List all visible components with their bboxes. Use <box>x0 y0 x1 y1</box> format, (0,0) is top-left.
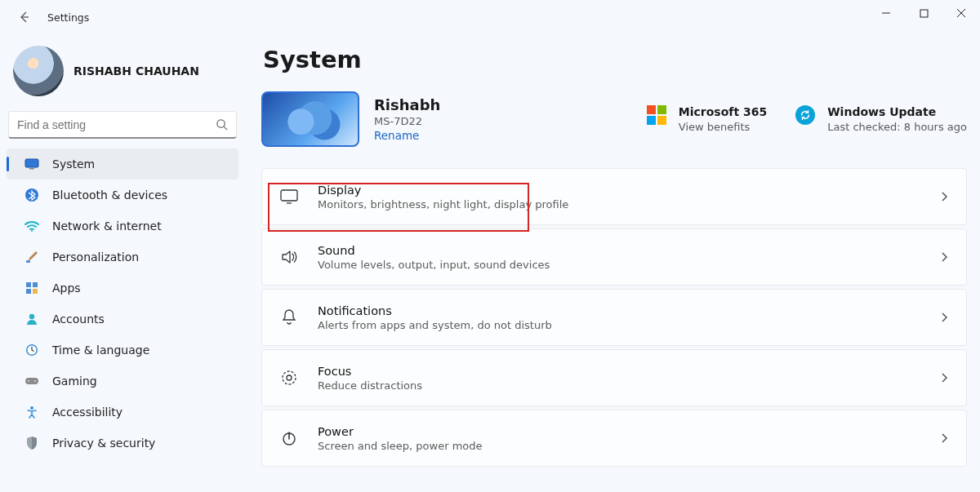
search-input[interactable] <box>17 118 211 131</box>
setting-row-sound[interactable]: SoundVolume levels, output, input, sound… <box>261 228 967 286</box>
svg-rect-4 <box>29 168 34 170</box>
setting-text: SoundVolume levels, output, input, sound… <box>318 244 940 271</box>
sidebar-item-gaming[interactable]: Gaming <box>7 366 238 397</box>
apps-icon <box>23 281 41 295</box>
device-meta: Rishabh MS-7D22 Rename <box>374 96 440 142</box>
setting-subtitle: Screen and sleep, power mode <box>318 440 940 452</box>
sidebar-item-label: Personalization <box>52 250 139 264</box>
ms365-subtitle: View benefits <box>679 120 767 135</box>
setting-title: Sound <box>318 244 940 257</box>
window-controls <box>867 0 980 26</box>
avatar <box>13 46 64 96</box>
ms365-card[interactable]: Microsoft 365 View benefits <box>646 104 767 134</box>
close-button[interactable] <box>942 0 980 26</box>
svg-rect-15 <box>25 378 38 384</box>
accessibility-icon <box>23 406 41 419</box>
sidebar-item-label: Privacy & security <box>52 437 155 450</box>
ms365-title: Microsoft 365 <box>679 104 767 120</box>
setting-subtitle: Alerts from apps and system, do not dist… <box>318 319 940 331</box>
device-name: Rishabh <box>374 96 440 113</box>
sidebar-item-time-language[interactable]: Time & language <box>7 335 238 366</box>
sound-icon <box>280 248 298 266</box>
sidebar-item-accessibility[interactable]: Accessibility <box>7 397 238 428</box>
system-icon <box>23 158 41 170</box>
chevron-right-icon <box>940 372 948 383</box>
svg-point-17 <box>34 380 36 382</box>
sidebar-item-label: Bluetooth & devices <box>52 188 167 202</box>
sidebar-item-network[interactable]: Network & internet <box>7 211 238 242</box>
setting-text: FocusReduce distractions <box>318 365 940 392</box>
sidebar-item-label: Accessibility <box>52 406 122 419</box>
svg-rect-9 <box>33 282 38 287</box>
svg-point-18 <box>30 406 33 410</box>
windows-update-card[interactable]: Windows Update Last checked: 8 hours ago <box>795 104 967 134</box>
sidebar-item-apps[interactable]: Apps <box>7 273 238 304</box>
sidebar-item-label: Network & internet <box>52 219 162 233</box>
device-thumbnail[interactable] <box>261 91 359 147</box>
maximize-button[interactable] <box>905 0 942 26</box>
user-display-name: RISHABH CHAUHAN <box>74 64 199 78</box>
display-icon <box>280 188 298 206</box>
settings-list: DisplayMonitors, brightness, night light… <box>261 168 967 467</box>
sidebar: RISHABH CHAUHAN System Bluetooth & devic… <box>0 34 245 492</box>
svg-point-1 <box>217 120 225 127</box>
power-icon <box>280 429 298 447</box>
svg-point-20 <box>283 371 296 384</box>
bluetooth-icon <box>23 188 41 202</box>
setting-title: Focus <box>318 365 940 378</box>
setting-text: DisplayMonitors, brightness, night light… <box>318 184 940 211</box>
sidebar-item-label: Apps <box>52 281 81 295</box>
setting-subtitle: Monitors, brightness, night light, displ… <box>318 198 940 211</box>
sidebar-item-system[interactable]: System <box>7 148 238 180</box>
user-profile[interactable]: RISHABH CHAUHAN <box>13 46 245 96</box>
back-button[interactable] <box>16 9 33 25</box>
person-icon <box>23 312 41 326</box>
sidebar-item-privacy[interactable]: Privacy & security <box>7 428 238 459</box>
windows-update-icon <box>795 104 816 126</box>
microsoft-logo-icon <box>646 104 667 126</box>
svg-rect-11 <box>33 289 38 294</box>
svg-point-16 <box>28 380 29 382</box>
search-icon <box>216 118 228 131</box>
setting-row-display[interactable]: DisplayMonitors, brightness, night light… <box>261 168 967 225</box>
svg-point-6 <box>31 230 33 232</box>
sidebar-item-bluetooth[interactable]: Bluetooth & devices <box>7 180 238 211</box>
setting-subtitle: Volume levels, output, input, sound devi… <box>318 259 940 271</box>
device-info-row: Rishabh MS-7D22 Rename Microsoft 365 Vie… <box>261 91 967 147</box>
setting-subtitle: Reduce distractions <box>318 379 940 392</box>
svg-point-12 <box>29 314 34 319</box>
chevron-right-icon <box>940 191 948 202</box>
sidebar-item-label: Gaming <box>52 375 97 388</box>
wifi-icon <box>23 220 41 232</box>
main-content: System Rishabh MS-7D22 Rename Microsoft … <box>245 34 980 492</box>
back-arrow-icon <box>18 11 31 24</box>
svg-rect-19 <box>281 190 297 201</box>
minimize-button[interactable] <box>867 0 905 26</box>
close-icon <box>956 8 966 18</box>
brush-icon <box>23 250 41 264</box>
sidebar-nav: System Bluetooth & devices Network & int… <box>0 148 245 459</box>
sidebar-item-label: Time & language <box>52 344 149 357</box>
svg-rect-8 <box>26 282 31 287</box>
app-title: Settings <box>47 11 89 24</box>
rename-link[interactable]: Rename <box>374 129 440 142</box>
setting-row-power[interactable]: PowerScreen and sleep, power mode <box>261 410 967 467</box>
notifications-icon <box>280 308 298 326</box>
setting-title: Power <box>318 425 940 438</box>
sidebar-item-personalization[interactable]: Personalization <box>7 242 238 273</box>
focus-icon <box>280 369 298 387</box>
svg-rect-7 <box>26 260 30 263</box>
setting-text: PowerScreen and sleep, power mode <box>318 425 940 452</box>
sidebar-item-accounts[interactable]: Accounts <box>7 304 238 335</box>
chevron-right-icon <box>940 432 948 444</box>
svg-point-21 <box>287 375 292 380</box>
setting-title: Notifications <box>318 304 940 317</box>
setting-row-focus[interactable]: FocusReduce distractions <box>261 349 967 406</box>
shield-icon <box>23 437 41 450</box>
search-box[interactable] <box>8 111 237 139</box>
maximize-icon <box>920 9 929 18</box>
setting-row-notifications[interactable]: NotificationsAlerts from apps and system… <box>261 289 967 346</box>
wu-title: Windows Update <box>827 104 967 120</box>
minimize-icon <box>881 8 891 18</box>
gamepad-icon <box>23 376 41 386</box>
